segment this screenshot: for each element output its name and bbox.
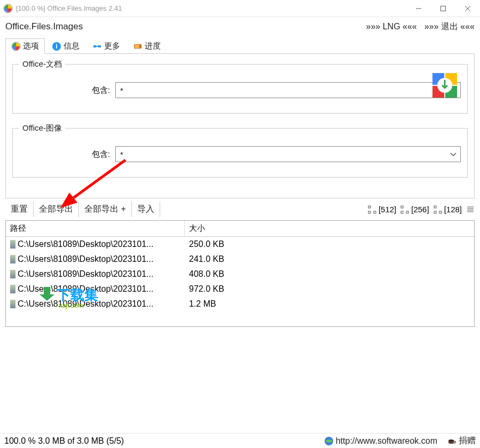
svg-rect-21 bbox=[401, 206, 403, 208]
svg-rect-2 bbox=[441, 6, 446, 11]
tab-options[interactable]: 选项 bbox=[5, 38, 45, 54]
size-512-button[interactable]: [512] bbox=[368, 205, 396, 214]
table-row[interactable]: C:\Users\81089\Desktop\2023101...408.0 K… bbox=[6, 267, 474, 282]
cell-size: 241.0 KB bbox=[185, 253, 474, 265]
cell-size: 250.0 KB bbox=[185, 238, 474, 250]
cell-path: C:\Users\81089\Desktop\2023101... bbox=[6, 268, 185, 280]
svg-rect-25 bbox=[434, 211, 436, 213]
window-title: [100.0 %] Office.Files.Images 2.41 bbox=[16, 4, 406, 12]
reset-button[interactable]: 重置 bbox=[5, 202, 34, 217]
docs-legend: Office-文档 bbox=[19, 59, 65, 69]
size-256-button[interactable]: [256] bbox=[400, 205, 429, 214]
cell-size: 1.2 MB bbox=[185, 298, 474, 310]
website-link[interactable]: http://www.softwareok.com bbox=[336, 436, 437, 446]
images-contains-select[interactable]: * bbox=[115, 146, 461, 162]
tab-label: 更多 bbox=[104, 41, 120, 51]
cell-path: C:\Users\81089\Desktop\2023101... bbox=[6, 298, 185, 310]
file-thumb-icon bbox=[10, 255, 15, 263]
maximize-button[interactable] bbox=[431, 0, 455, 17]
donate-link[interactable]: 捐赠 bbox=[459, 435, 476, 446]
svg-rect-19 bbox=[368, 211, 371, 213]
tab-label: 进度 bbox=[145, 41, 161, 51]
side-app-icon bbox=[431, 72, 458, 99]
list-icon bbox=[466, 205, 475, 214]
table-header: 路径 大小 bbox=[6, 221, 474, 237]
list-view-button[interactable] bbox=[466, 205, 475, 214]
svg-point-34 bbox=[448, 439, 454, 442]
cell-path: C:\Users\81089\Desktop\2023101... bbox=[6, 253, 185, 265]
svg-rect-26 bbox=[439, 211, 442, 213]
export-all-button[interactable]: 全部导出 bbox=[34, 202, 79, 217]
file-thumb-icon bbox=[10, 300, 15, 308]
app-name: Office.Files.Images bbox=[5, 21, 359, 32]
header-row: Office.Files.Images »»» LNG ««« »»» 退出 «… bbox=[0, 17, 480, 36]
cell-size: 972.0 KB bbox=[185, 283, 474, 295]
exit-link[interactable]: »»» 退出 ««« bbox=[424, 21, 475, 33]
tab-more[interactable]: 更多 bbox=[86, 38, 126, 54]
titlebar: [100.0 %] Office.Files.Images 2.41 bbox=[0, 0, 480, 17]
tabs-bar: 选项 i 信息 更多 进度 bbox=[0, 36, 480, 54]
images-legend: Office-图像 bbox=[19, 123, 65, 133]
svg-rect-23 bbox=[406, 211, 408, 213]
app-icon bbox=[3, 4, 13, 13]
minimize-button[interactable] bbox=[406, 0, 431, 17]
export-all-plus-button[interactable]: 全部导出 + bbox=[79, 202, 132, 217]
cell-path: C:\Users\81089\Desktop\2023101... bbox=[6, 238, 185, 250]
svg-rect-18 bbox=[368, 206, 371, 208]
more-icon bbox=[92, 42, 102, 51]
tab-content: Office-文档 包含: * Office-图像 包含: * bbox=[5, 53, 475, 198]
close-button[interactable] bbox=[455, 0, 480, 17]
file-thumb-icon bbox=[10, 285, 15, 293]
coffee-icon bbox=[447, 436, 457, 446]
status-bar: 100.0 % 3.0 MB of 3.0 MB (5/5) http://ww… bbox=[0, 433, 480, 448]
import-button[interactable]: 导入 bbox=[132, 202, 160, 217]
table-row[interactable]: C:\Users\81089\Desktop\2023101...241.0 K… bbox=[6, 252, 474, 267]
tab-info[interactable]: i 信息 bbox=[46, 38, 85, 54]
action-row: 重置 全部导出 全部导出 + 导入 [512] [256] [128] bbox=[0, 198, 480, 220]
grid-icon bbox=[434, 205, 442, 214]
col-size[interactable]: 大小 bbox=[185, 221, 474, 236]
tab-label: 信息 bbox=[64, 41, 80, 51]
svg-rect-24 bbox=[434, 206, 436, 208]
cell-path: C:\Users\81089\Desktop\2023101... bbox=[6, 283, 185, 295]
grid-icon bbox=[368, 205, 376, 214]
results-table: 路径 大小 C:\Users\81089\Desktop\2023101...2… bbox=[5, 220, 475, 327]
svg-rect-8 bbox=[93, 45, 96, 47]
file-thumb-icon bbox=[10, 240, 15, 249]
svg-text:i: i bbox=[56, 43, 57, 50]
col-path[interactable]: 路径 bbox=[6, 221, 185, 236]
info-icon: i bbox=[52, 42, 61, 51]
globe-icon bbox=[324, 436, 334, 446]
office-docs-group: Office-文档 包含: * bbox=[12, 59, 468, 114]
tab-progress[interactable]: 进度 bbox=[127, 38, 167, 54]
cell-size: 408.0 KB bbox=[185, 268, 474, 280]
progress-icon bbox=[133, 42, 143, 51]
images-contains-label: 包含: bbox=[19, 149, 110, 159]
status-progress: 100.0 % 3.0 MB of 3.0 MB (5/5) bbox=[4, 436, 322, 446]
docs-contains-select[interactable]: * bbox=[115, 82, 461, 98]
office-images-group: Office-图像 包含: * bbox=[12, 123, 468, 178]
svg-rect-12 bbox=[135, 45, 139, 48]
file-thumb-icon bbox=[10, 270, 15, 278]
size-buttons: [512] [256] [128] bbox=[368, 205, 475, 214]
grid-icon bbox=[400, 205, 409, 214]
svg-rect-9 bbox=[98, 45, 101, 47]
svg-rect-20 bbox=[374, 211, 376, 213]
lng-link[interactable]: »»» LNG ««« bbox=[366, 22, 417, 31]
table-row[interactable]: C:\Users\81089\Desktop\2023101...972.0 K… bbox=[6, 282, 474, 297]
options-icon bbox=[11, 42, 21, 51]
table-row[interactable]: C:\Users\81089\Desktop\2023101...1.2 MB bbox=[6, 297, 474, 311]
size-128-button[interactable]: [128] bbox=[434, 205, 462, 214]
svg-rect-22 bbox=[401, 211, 403, 213]
tab-label: 选项 bbox=[23, 41, 39, 51]
table-row[interactable]: C:\Users\81089\Desktop\2023101...250.0 K… bbox=[6, 237, 474, 252]
docs-contains-label: 包含: bbox=[19, 85, 110, 95]
